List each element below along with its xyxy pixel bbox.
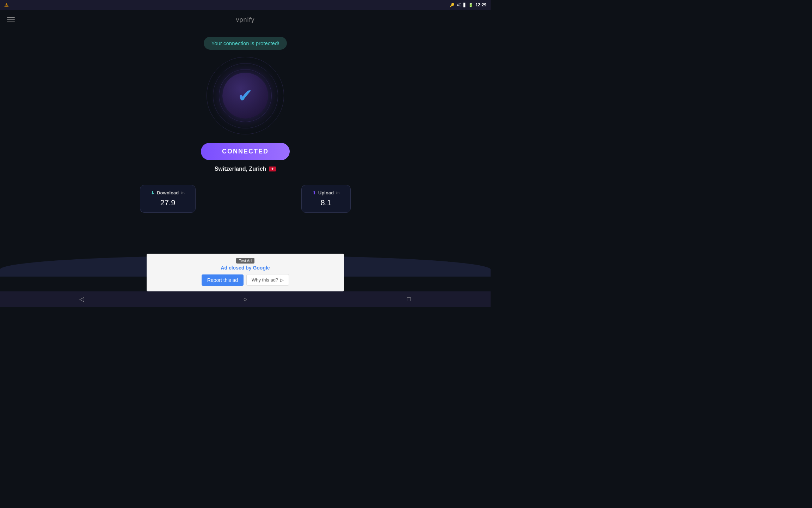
download-header: ⬇ Download kB [151,190,185,195]
download-label: Download [157,190,179,195]
location-label: Switzerland, Zurich [215,166,276,172]
download-unit: kB [181,191,185,195]
why-ad-button[interactable]: Why this ad? ▷ [246,274,289,286]
test-ad-badge: Test Ad [236,258,254,264]
back-button[interactable]: ◁ [75,292,89,306]
upload-arrow-icon: ⬆ [312,190,316,195]
ad-closed-text: Ad closed by Google [221,265,270,271]
main-content: Your connection is protected! ✔ CONNECTE… [0,30,491,227]
connection-circle: ✔ [207,57,284,134]
download-arrow-icon: ⬇ [151,190,155,195]
connected-button[interactable]: CONNECTED [201,143,290,160]
download-card: ⬇ Download kB 27.9 [140,185,196,213]
status-bar-left: ⚠ [4,2,9,8]
stats-row: ⬇ Download kB 27.9 ⬆ Upload kB 8.1 [140,185,351,213]
home-button[interactable]: ○ [238,292,252,306]
status-bar: ⚠ 🔑 4G ▋ 🔋 12:29 [0,0,491,10]
why-ad-label: Why this ad? [252,277,278,283]
upload-card: ⬆ Upload kB 8.1 [301,185,351,213]
clock: 12:29 [475,2,486,7]
why-ad-icon: ▷ [280,277,284,283]
status-bar-right: 🔑 4G ▋ 🔋 12:29 [450,2,486,7]
ad-actions: Report this ad Why this ad? ▷ [202,274,289,286]
menu-button[interactable] [7,17,15,22]
switzerland-flag [269,167,276,171]
warning-icon: ⚠ [4,2,9,8]
ad-banner: Test Ad Ad closed by Google Report this … [147,254,344,291]
lte-indicator: 4G [457,3,461,7]
key-icon: 🔑 [450,3,455,7]
google-text: Google [253,265,270,271]
nav-bar: ◁ ○ □ [0,291,491,307]
upload-unit: kB [336,191,340,195]
checkmark-icon: ✔ [238,86,253,105]
upload-value: 8.1 [312,198,340,207]
app-title: vpnify [236,16,254,24]
download-value: 27.9 [151,198,185,207]
upload-label: Upload [318,190,334,195]
report-ad-button[interactable]: Report this ad [202,274,244,286]
app-bar: vpnify [0,10,491,30]
battery-icon: 🔋 [468,3,473,7]
protection-badge: Your connection is protected! [204,37,287,50]
location-text: Switzerland, Zurich [215,166,266,172]
upload-header: ⬆ Upload kB [312,190,340,195]
recents-button[interactable]: □ [402,292,416,306]
signal-icon: ▋ [463,3,466,7]
